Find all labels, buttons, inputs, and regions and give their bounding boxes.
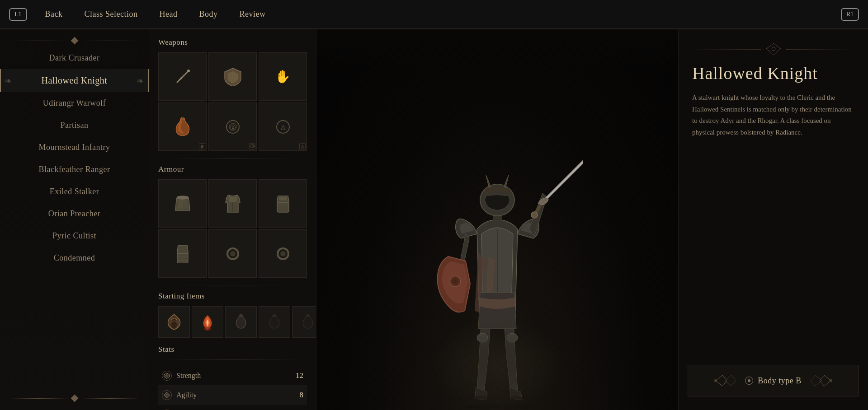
character-viewport xyxy=(316,29,678,410)
body-type-label-text: Body type B xyxy=(758,376,802,386)
svg-line-50 xyxy=(545,130,583,200)
weapon-icon-circle-symbol: Ⓑ xyxy=(216,110,250,144)
weapons-title: Weapons xyxy=(158,38,307,47)
class-name-title: Hallowed Knight xyxy=(692,63,854,83)
armour-slot-body[interactable] xyxy=(208,179,257,228)
svg-point-39 xyxy=(507,333,518,342)
svg-point-27 xyxy=(274,315,276,317)
ornament-diamond xyxy=(71,37,78,45)
starting-item-slot-2[interactable] xyxy=(192,306,223,338)
nav-back[interactable]: Back xyxy=(34,9,74,19)
svg-point-25 xyxy=(204,327,211,331)
svg-point-28 xyxy=(307,315,309,317)
starting-item-slot-3[interactable] xyxy=(225,306,257,338)
class-item-exiled-stalker[interactable]: Exiled Stalker xyxy=(0,181,149,203)
right-panel-ornament xyxy=(692,42,854,56)
svg-point-54 xyxy=(531,212,538,218)
armour-slot-ring1[interactable] xyxy=(208,229,257,278)
nav-body[interactable]: Body xyxy=(189,9,229,19)
strength-value: 12 xyxy=(290,371,303,380)
nav-divider xyxy=(0,29,868,29)
stats-title: Stats xyxy=(158,345,307,354)
weapon-icon-sword xyxy=(166,60,199,93)
armour-slot-gauntlets[interactable] xyxy=(259,179,307,228)
svg-point-49 xyxy=(453,279,458,284)
weapon-icon-fire-flask xyxy=(166,110,199,144)
stat-row-strength[interactable]: Strength 12 xyxy=(158,366,307,386)
sidebar-bottom-ornament xyxy=(0,396,149,401)
armour-grid xyxy=(158,179,307,278)
svg-point-18 xyxy=(230,251,236,256)
body-type-selector[interactable]: Body type B xyxy=(688,365,859,396)
body-type-ornament-left xyxy=(713,372,741,390)
svg-point-20 xyxy=(280,251,286,256)
armour-slot-chest[interactable] xyxy=(158,179,207,228)
weapons-divider xyxy=(158,158,307,158)
ornament-line-left xyxy=(9,41,68,41)
nav-class-selection[interactable]: Class Selection xyxy=(74,9,149,19)
weapon-slot-6[interactable]: △ △ xyxy=(259,102,307,151)
class-item-hallowed-knight[interactable]: ❧ Hallowed Knight ❧ xyxy=(0,69,149,92)
weapon-slot-4[interactable]: ⊗ xyxy=(158,102,207,151)
svg-point-58 xyxy=(830,379,832,382)
svg-point-57 xyxy=(714,379,717,382)
starting-items-title: Starting Items xyxy=(158,292,307,301)
armour-slot-greaves[interactable] xyxy=(158,229,207,278)
triangle-badge: △ xyxy=(299,143,306,149)
armour-icon-greaves xyxy=(166,237,199,270)
weapon-slot-1[interactable] xyxy=(158,52,207,101)
agility-icon xyxy=(162,390,172,400)
class-item-udirangr-warwolf[interactable]: Udirangr Warwolf xyxy=(0,92,149,114)
svg-point-2 xyxy=(187,70,190,72)
ornament-line-br xyxy=(81,398,140,399)
ornament-line-r xyxy=(692,49,761,50)
armour-icon-chest xyxy=(166,187,199,220)
stats-divider xyxy=(158,359,307,360)
svg-point-55 xyxy=(461,396,533,403)
starting-icon-empty-2 xyxy=(264,311,285,333)
weapon-icon-shield xyxy=(216,60,250,93)
starting-items-row xyxy=(158,306,307,338)
top-navigation: L1 Back Class Selection Head Body Review… xyxy=(0,0,868,29)
circle-badge: Ⓑ xyxy=(249,143,255,149)
class-description-text: A stalwart knight whose loyalty to the C… xyxy=(692,92,854,138)
class-item-condemned[interactable]: Condemned xyxy=(0,247,149,269)
stat-row-agility[interactable]: Agility 8 xyxy=(158,386,307,405)
weapon-slot-2[interactable] xyxy=(208,52,257,101)
nav-head[interactable]: Head xyxy=(149,9,189,19)
r1-button[interactable]: R1 xyxy=(841,8,859,21)
armour-slot-ring2[interactable] xyxy=(259,229,307,278)
class-item-dark-crusader[interactable]: Dark Crusader xyxy=(0,47,149,69)
agility-label: Agility xyxy=(176,391,290,399)
selected-ornament-right: ❧ xyxy=(137,75,145,86)
flask-badge: ⊗ xyxy=(199,143,205,149)
char-top-fade xyxy=(316,29,678,74)
starting-icon-thorns xyxy=(163,311,185,333)
info-dot xyxy=(748,379,750,382)
class-item-pyric-cultist[interactable]: Pyric Cultist xyxy=(0,225,149,247)
starting-item-slot-1[interactable] xyxy=(158,306,190,338)
svg-marker-30 xyxy=(165,374,169,377)
character-figure xyxy=(411,85,583,410)
weapon-slot-3[interactable]: ✋ xyxy=(259,52,307,101)
nav-review[interactable]: Review xyxy=(229,9,277,19)
armour-icon-gauntlets xyxy=(266,187,300,220)
class-item-orian-preacher[interactable]: Orian Preacher xyxy=(0,203,149,225)
armour-icon-ring1 xyxy=(216,237,250,270)
svg-text:Ⓑ: Ⓑ xyxy=(230,124,236,130)
svg-point-26 xyxy=(240,315,242,317)
armour-icon-body xyxy=(216,187,250,220)
starting-item-slot-4[interactable] xyxy=(259,306,290,338)
class-item-partisan[interactable]: Partisan xyxy=(0,114,149,136)
class-item-blackfeather-ranger[interactable]: Blackfeather Ranger xyxy=(0,158,149,181)
class-info-panel: Hallowed Knight A stalwart knight whose … xyxy=(678,29,868,410)
weapon-slot-5[interactable]: Ⓑ Ⓑ xyxy=(208,102,257,151)
l1-button[interactable]: L1 xyxy=(9,8,27,21)
armour-icon-ring2 xyxy=(266,237,300,270)
strength-icon xyxy=(162,371,172,381)
stat-row-endurance[interactable]: Endurance 15 xyxy=(158,405,307,410)
class-list-sidebar: Dark Crusader ❧ Hallowed Knight ❧ Udiran… xyxy=(0,29,149,410)
class-item-mournstead-infantry[interactable]: Mournstead Infantry xyxy=(0,136,149,158)
starting-item-slot-5[interactable] xyxy=(292,306,316,338)
armour-title: Armour xyxy=(158,165,307,174)
